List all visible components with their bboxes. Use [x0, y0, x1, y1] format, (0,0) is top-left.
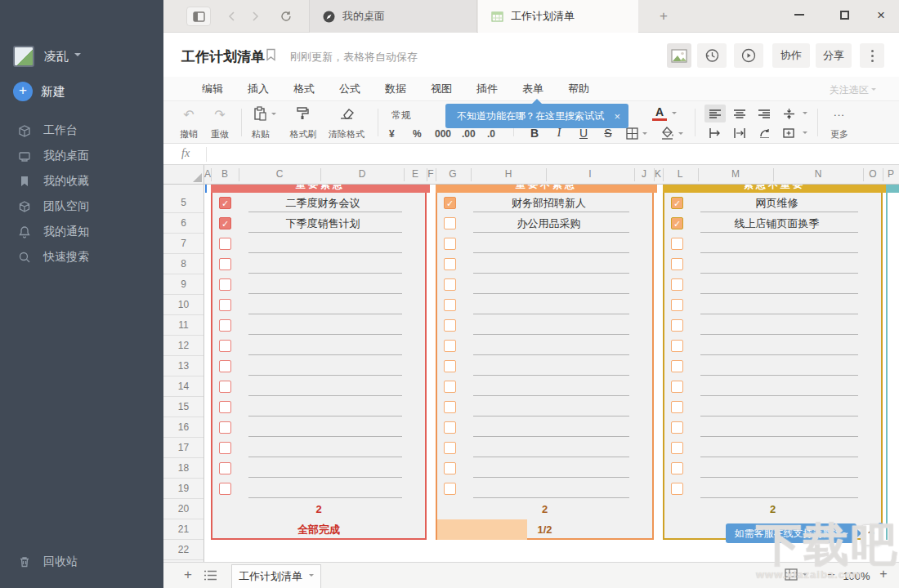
borders-caret[interactable]: [642, 132, 647, 137]
borders-button[interactable]: [626, 127, 638, 140]
paste-dropdown[interactable]: [271, 113, 276, 118]
task-row[interactable]: [212, 458, 425, 479]
font-color-button[interactable]: A: [652, 105, 667, 121]
menu-item-6[interactable]: 插件: [464, 82, 510, 96]
checkbox-unchecked[interactable]: [671, 401, 683, 413]
checkbox-unchecked[interactable]: [671, 421, 683, 434]
task-row[interactable]: [212, 295, 425, 315]
task-row[interactable]: ✓线上店铺页面换季: [664, 213, 881, 234]
tooltip-close-icon[interactable]: ×: [607, 110, 620, 122]
sidebar-item-workbench[interactable]: 工作台: [0, 118, 163, 143]
sheet-tab-active[interactable]: 工作计划清单: [231, 564, 321, 588]
checkbox-unchecked[interactable]: [219, 278, 231, 291]
text-wrap-button[interactable]: [729, 124, 750, 142]
checkbox-unchecked[interactable]: [444, 319, 456, 332]
insert-image-button[interactable]: [667, 43, 691, 68]
checkbox-unchecked[interactable]: [219, 483, 231, 495]
checkbox-unchecked[interactable]: [219, 421, 231, 434]
column-header-O[interactable]: O: [863, 165, 883, 184]
font-color-caret[interactable]: [672, 112, 677, 117]
task-row[interactable]: [664, 438, 881, 458]
sidebar-item-desktop[interactable]: 我的桌面: [0, 143, 163, 168]
row-header-19[interactable]: 19: [163, 479, 204, 499]
tab-my-desktop[interactable]: 我的桌面: [309, 0, 477, 33]
row-header-15[interactable]: 15: [163, 397, 204, 417]
task-row[interactable]: [437, 356, 652, 376]
checkbox-unchecked[interactable]: [671, 483, 683, 495]
percent-format-button[interactable]: %: [413, 128, 422, 140]
row-header-22[interactable]: 22: [163, 540, 204, 560]
checkbox-unchecked[interactable]: [444, 483, 456, 495]
select-all-corner[interactable]: [163, 165, 204, 185]
clear-format-button[interactable]: [339, 107, 354, 120]
more-options-button[interactable]: [860, 43, 884, 68]
task-row[interactable]: [212, 376, 425, 397]
task-row[interactable]: [664, 397, 881, 417]
checkbox-checked[interactable]: ✓: [219, 217, 231, 229]
back-button[interactable]: [222, 7, 240, 26]
fill-color-button[interactable]: [660, 127, 674, 140]
refresh-button[interactable]: [276, 7, 296, 26]
checkbox-unchecked[interactable]: [444, 401, 456, 413]
checkbox-unchecked[interactable]: [671, 258, 683, 270]
menu-item-0[interactable]: 编辑: [190, 82, 235, 96]
checkbox-checked[interactable]: ✓: [219, 197, 231, 209]
task-row[interactable]: [212, 397, 425, 417]
merge-cells-caret[interactable]: [803, 131, 807, 136]
align-left-button[interactable]: [704, 105, 726, 122]
checkbox-unchecked[interactable]: [219, 381, 231, 393]
column-header-K[interactable]: K: [648, 165, 668, 184]
currency-format-button[interactable]: ¥: [389, 128, 395, 140]
text-rotate-button[interactable]: [754, 124, 775, 142]
task-row[interactable]: [212, 254, 425, 274]
row-header-20[interactable]: 20: [163, 499, 204, 519]
task-row[interactable]: [664, 336, 881, 356]
task-row[interactable]: [212, 356, 425, 376]
clear-format-label[interactable]: 清除格式: [321, 128, 372, 140]
zoom-in-button[interactable]: +: [876, 567, 891, 581]
menu-item-8[interactable]: 帮助: [556, 82, 602, 96]
undo-button[interactable]: 撤销: [177, 128, 201, 140]
checkbox-unchecked[interactable]: [219, 360, 231, 372]
strikethrough-button[interactable]: S: [601, 127, 615, 140]
checkbox-unchecked[interactable]: [671, 238, 683, 250]
zoom-out-button[interactable]: −: [824, 568, 839, 582]
spreadsheet-grid[interactable]: ABCDEFGHIJKLMNOP 56789101112131415161718…: [163, 165, 899, 562]
checkbox-unchecked[interactable]: [444, 340, 456, 352]
thousands-format-button[interactable]: 000: [435, 128, 451, 140]
menu-item-4[interactable]: 数据: [373, 82, 418, 96]
task-row[interactable]: [664, 234, 881, 254]
share-button[interactable]: 分享: [816, 43, 852, 68]
checkbox-unchecked[interactable]: [671, 462, 683, 474]
task-row[interactable]: [664, 376, 881, 397]
task-row[interactable]: [664, 295, 881, 315]
task-row[interactable]: [437, 234, 652, 254]
merge-cells-button[interactable]: [778, 124, 799, 142]
checkbox-unchecked[interactable]: [671, 278, 683, 291]
task-row[interactable]: [437, 254, 652, 274]
checkbox-unchecked[interactable]: [219, 442, 231, 454]
sidebar-item-recycle-bin[interactable]: 回收站: [0, 549, 163, 574]
menu-item-7[interactable]: 表单: [510, 82, 556, 96]
task-row[interactable]: [437, 458, 652, 479]
sheet-tab-caret[interactable]: [309, 574, 314, 579]
task-row[interactable]: [664, 479, 881, 499]
zoom-level[interactable]: 100%: [840, 570, 873, 582]
checkbox-unchecked[interactable]: [671, 442, 683, 454]
checkbox-unchecked[interactable]: [671, 360, 683, 372]
task-row[interactable]: [437, 295, 652, 315]
add-sheet-button[interactable]: +: [180, 567, 196, 583]
task-row[interactable]: [437, 376, 652, 397]
sidebar-item-notifications[interactable]: 我的通知: [0, 219, 163, 244]
close-button[interactable]: ×: [869, 5, 893, 24]
row-header-16[interactable]: 16: [163, 417, 204, 438]
task-row[interactable]: [664, 458, 881, 479]
column-header-D[interactable]: D: [352, 165, 372, 184]
task-row[interactable]: [212, 274, 425, 295]
text-overflow-button[interactable]: [704, 124, 726, 142]
checkbox-unchecked[interactable]: [671, 340, 683, 352]
row-header-9[interactable]: 9: [163, 274, 204, 295]
star-bookmark-button[interactable]: [266, 48, 276, 61]
new-tab-button[interactable]: +: [655, 8, 672, 24]
undo-icon[interactable]: ↶: [177, 107, 201, 122]
